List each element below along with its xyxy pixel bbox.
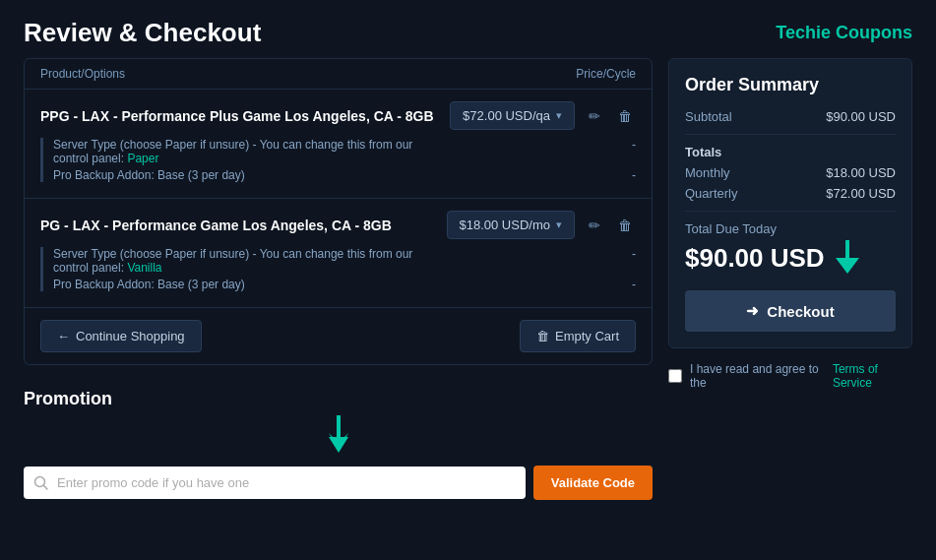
cart-item: PG - LAX - Performance Game Los Angeles,…	[25, 199, 652, 308]
item-actions: $72.00 USD/qa ✏ 🗑	[450, 101, 636, 130]
detail-row: Pro Backup Addon: Base (3 per day) -	[53, 168, 636, 182]
cart-item-header: PPG - LAX - Performance Plus Game Los An…	[40, 101, 636, 130]
subtotal-value: $90.00 USD	[826, 109, 896, 124]
techie-coupons-link[interactable]: Techie Coupons	[776, 23, 912, 43]
detail-value: -	[632, 278, 636, 291]
detail-highlight: Paper	[127, 152, 158, 165]
quarterly-row: Quarterly $72.00 USD	[685, 186, 896, 201]
cart-item: PPG - LAX - Performance Plus Game Los An…	[25, 90, 652, 199]
svg-line-4	[44, 485, 48, 489]
detail-value: -	[632, 247, 636, 275]
subtotal-row: Subtotal $90.00 USD	[685, 109, 896, 124]
checkout-button[interactable]: ➜ Checkout	[685, 290, 896, 332]
total-due-amount: $90.00 USD	[685, 240, 896, 277]
monthly-label: Monthly	[685, 165, 730, 180]
quarterly-label: Quarterly	[685, 186, 737, 201]
item-detail: Server Type (choose Paper if unsure) - Y…	[40, 138, 636, 182]
page-title: Review & Checkout	[24, 18, 261, 48]
tos-link[interactable]: Terms of Service	[833, 362, 912, 390]
price-dropdown-1[interactable]: $72.00 USD/qa	[450, 101, 575, 130]
svg-marker-2	[329, 437, 348, 453]
detail-row: Pro Backup Addon: Base (3 per day) -	[53, 278, 636, 291]
subtotal-label: Subtotal	[685, 109, 732, 124]
cart-header: Product/Options Price/Cycle	[25, 59, 652, 90]
continue-arrow-icon: ←	[57, 329, 70, 343]
monthly-value: $18.00 USD	[826, 165, 896, 180]
green-arrow-icon	[833, 240, 862, 277]
left-panel: Product/Options Price/Cycle PPG - LAX - …	[24, 58, 653, 500]
detail-label: Server Type (choose Paper if unsure) - Y…	[53, 247, 427, 275]
empty-trash-icon: 🗑	[536, 329, 549, 343]
tos-row: I have read and agree to the Terms of Se…	[668, 362, 912, 390]
promo-input-wrapper	[24, 467, 526, 499]
totals-label: Totals	[685, 145, 896, 159]
promotion-section: Promotion Validate Code	[24, 389, 653, 500]
cart-item-header: PG - LAX - Performance Game Los Angeles,…	[40, 211, 636, 239]
svg-marker-6	[836, 258, 859, 274]
edit-button-2[interactable]: ✏	[585, 216, 604, 235]
empty-cart-label: Empty Cart	[555, 329, 619, 343]
item-name: PPG - LAX - Performance Plus Game Los An…	[40, 108, 434, 124]
empty-cart-button[interactable]: 🗑 Empty Cart	[520, 320, 636, 352]
total-due-value: $90.00 USD	[685, 243, 825, 274]
divider	[685, 134, 896, 135]
delete-button-1[interactable]: 🗑	[614, 106, 636, 126]
order-summary-box: Order Summary Subtotal $90.00 USD Totals…	[668, 58, 912, 348]
promotion-title: Promotion	[24, 389, 653, 409]
promo-input-row: Validate Code	[24, 466, 653, 500]
checkout-label: Checkout	[767, 303, 834, 320]
monthly-row: Monthly $18.00 USD	[685, 165, 896, 180]
detail-label: Server Type (choose Paper if unsure) - Y…	[53, 138, 427, 165]
detail-value: -	[632, 168, 636, 182]
detail-label: Pro Backup Addon: Base (3 per day)	[53, 168, 245, 182]
col-price: Price/Cycle	[576, 67, 636, 81]
detail-row: Server Type (choose Paper if unsure) - Y…	[53, 247, 636, 275]
continue-shopping-label: Continue Shopping	[76, 329, 185, 343]
quarterly-value: $72.00 USD	[826, 186, 896, 201]
detail-label: Pro Backup Addon: Base (3 per day)	[53, 278, 245, 291]
continue-shopping-button[interactable]: ← Continue Shopping	[40, 320, 202, 352]
item-detail: Server Type (choose Paper if unsure) - Y…	[40, 247, 636, 291]
promo-code-input[interactable]	[57, 467, 516, 499]
detail-row: Server Type (choose Paper if unsure) - Y…	[53, 138, 636, 165]
order-summary-title: Order Summary	[685, 75, 896, 95]
col-product: Product/Options	[40, 67, 125, 81]
promo-arrow	[24, 415, 653, 458]
total-due-label: Total Due Today	[685, 221, 896, 236]
tos-text: I have read and agree to the	[690, 362, 825, 390]
item-name: PG - LAX - Performance Game Los Angeles,…	[40, 218, 392, 233]
delete-button-2[interactable]: 🗑	[614, 216, 636, 235]
detail-value: -	[632, 138, 636, 165]
validate-code-button[interactable]: Validate Code	[533, 466, 653, 500]
detail-highlight: Vanilla	[127, 261, 161, 275]
cart-table: Product/Options Price/Cycle PPG - LAX - …	[24, 58, 653, 365]
down-arrow-icon	[324, 415, 353, 455]
right-panel: Order Summary Subtotal $90.00 USD Totals…	[668, 58, 912, 500]
edit-button-1[interactable]: ✏	[585, 106, 604, 126]
search-icon	[33, 475, 49, 491]
price-dropdown-2[interactable]: $18.00 USD/mo	[447, 211, 576, 239]
divider	[685, 211, 896, 212]
cart-footer: ← Continue Shopping 🗑 Empty Cart	[25, 308, 652, 364]
checkout-arrow-icon: ➜	[746, 302, 759, 320]
item-actions: $18.00 USD/mo ✏ 🗑	[447, 211, 637, 239]
tos-checkbox[interactable]	[668, 369, 682, 383]
